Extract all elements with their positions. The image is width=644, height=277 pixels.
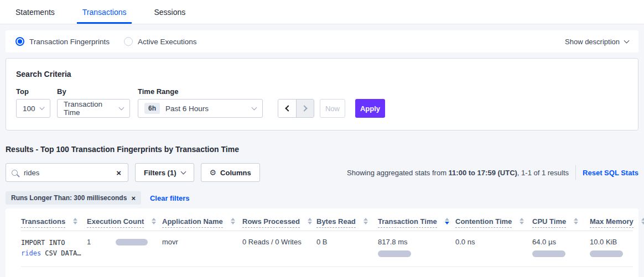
search-input[interactable] bbox=[23, 168, 115, 177]
contention-time-value: 0.0 ns bbox=[455, 238, 532, 247]
show-description-toggle[interactable]: Show description bbox=[565, 38, 629, 46]
bytes-read-value: 0 B bbox=[316, 238, 378, 247]
sort-icon bbox=[641, 218, 644, 224]
filters-button[interactable]: Filters (1) bbox=[135, 163, 194, 182]
cell-contention-time: 0.0 ns bbox=[455, 231, 532, 267]
execution-count-bar bbox=[116, 239, 148, 245]
results-table: Transactions Execution Count Application… bbox=[21, 210, 633, 267]
search-icon bbox=[12, 170, 18, 176]
rows-processed-value: 0 Reads / 0 Writes bbox=[242, 238, 316, 247]
time-range-value: Past 6 Hours bbox=[165, 104, 247, 113]
column-header-transactions[interactable]: Transactions bbox=[21, 210, 87, 231]
column-header-transaction-time[interactable]: Transaction Time bbox=[378, 210, 455, 231]
radio-transaction-fingerprints[interactable]: Transaction Fingerprints bbox=[15, 37, 110, 46]
cell-transaction-fingerprint: IMPORT INTO rides CSV DATA… bbox=[21, 231, 87, 267]
results-toolbar: × Filters (1) ⚙ Columns Showing aggregat… bbox=[6, 163, 638, 182]
column-header-max-memory[interactable]: Max Memory bbox=[590, 210, 633, 231]
column-header-application-name[interactable]: Application Name bbox=[162, 210, 242, 231]
tab-statements[interactable]: Statements bbox=[10, 0, 60, 24]
sort-icon bbox=[152, 218, 156, 224]
time-forward-button[interactable] bbox=[296, 100, 314, 117]
view-toggle-bar: Transaction Fingerprints Active Executio… bbox=[6, 30, 638, 53]
top-field: Top 100 bbox=[16, 87, 50, 118]
time-range-field: Time Range 6h Past 6 Hours bbox=[138, 87, 263, 118]
max-memory-bar bbox=[590, 250, 623, 257]
sort-icon bbox=[231, 218, 235, 224]
time-nav-group bbox=[278, 99, 314, 118]
by-select[interactable]: Transaction Time bbox=[57, 99, 130, 118]
column-header-cpu-time[interactable]: CPU Time bbox=[532, 210, 590, 231]
radio-label: Active Executions bbox=[138, 38, 197, 46]
filters-button-label: Filters (1) bbox=[144, 169, 176, 177]
tab-sessions[interactable]: Sessions bbox=[148, 0, 191, 24]
transaction-time-bar bbox=[378, 250, 411, 257]
time-range-label: Time Range bbox=[138, 87, 263, 96]
radio-label: Transaction Fingerprints bbox=[29, 38, 110, 46]
execution-count-value: 1 bbox=[87, 238, 116, 246]
chevron-left-icon bbox=[285, 105, 291, 111]
results-title: Results - Top 100 Transaction Fingerprin… bbox=[6, 145, 638, 154]
results-table-card: Transactions Execution Count Application… bbox=[6, 208, 638, 277]
radio-active-executions[interactable]: Active Executions bbox=[124, 37, 197, 46]
chevron-down-icon bbox=[180, 169, 186, 174]
clear-search-icon[interactable]: × bbox=[115, 168, 122, 178]
cell-application-name: movr bbox=[162, 231, 242, 267]
stats-time-range: 11:00 to 17:59 (UTC) bbox=[449, 169, 517, 177]
show-description-label: Show description bbox=[565, 38, 620, 46]
reset-sql-stats-link[interactable]: Reset SQL Stats bbox=[583, 169, 638, 177]
remove-filter-icon[interactable]: × bbox=[131, 195, 136, 202]
chevron-down-icon bbox=[252, 104, 257, 110]
application-name-value: movr bbox=[162, 238, 242, 247]
column-header-rows-processed[interactable]: Rows Processed bbox=[242, 210, 316, 231]
top-select[interactable]: 100 bbox=[16, 99, 50, 118]
table-header-row: Transactions Execution Count Application… bbox=[21, 210, 633, 231]
sort-icon bbox=[574, 218, 578, 224]
column-header-bytes-read[interactable]: Bytes Read bbox=[316, 210, 378, 231]
cell-cpu-time: 64.0 µs bbox=[532, 231, 590, 267]
columns-button[interactable]: ⚙ Columns bbox=[201, 163, 260, 182]
search-criteria-title: Search Criteria bbox=[16, 70, 628, 79]
cpu-time-bar bbox=[532, 250, 565, 257]
table-name-highlight: rides bbox=[21, 249, 41, 257]
cell-rows-processed: 0 Reads / 0 Writes bbox=[242, 231, 316, 267]
now-button[interactable]: Now bbox=[320, 99, 345, 118]
time-range-select[interactable]: 6h Past 6 Hours bbox=[138, 99, 263, 118]
column-header-execution-count[interactable]: Execution Count bbox=[87, 210, 162, 231]
chevron-down-icon bbox=[39, 104, 45, 110]
tab-transactions[interactable]: Transactions bbox=[77, 0, 132, 24]
sort-desc-icon bbox=[445, 218, 449, 224]
radio-selected-icon bbox=[15, 37, 24, 46]
by-field: By Transaction Time bbox=[57, 87, 130, 118]
aggregated-stats-text: Showing aggregated stats from 11:00 to 1… bbox=[347, 169, 569, 177]
filter-pill: Runs Longer Than: 300 milliseconds × bbox=[6, 191, 141, 205]
transactions-page: Statements Transactions Sessions Transac… bbox=[0, 0, 644, 277]
columns-button-label: Columns bbox=[220, 169, 251, 177]
table-row: IMPORT INTO rides CSV DATA… 1 movr 0 Rea… bbox=[21, 231, 633, 267]
transaction-time-value: 817.8 ms bbox=[378, 238, 455, 247]
cell-execution-count: 1 bbox=[87, 231, 162, 267]
search-criteria-controls: Top 100 By Transaction Time Time Range 6… bbox=[16, 87, 628, 118]
by-label: By bbox=[57, 87, 130, 96]
sort-icon bbox=[520, 218, 524, 224]
chevron-down-icon bbox=[624, 38, 630, 43]
search-criteria-card: Search Criteria Top 100 By Transaction T… bbox=[6, 58, 638, 130]
chevron-right-icon bbox=[301, 105, 307, 111]
cell-max-memory: 10.0 KiB bbox=[590, 231, 633, 267]
time-back-button[interactable] bbox=[278, 100, 296, 117]
transaction-fingerprint-link[interactable]: IMPORT INTO rides CSV DATA… bbox=[21, 238, 87, 259]
top-tabs-bar: Statements Transactions Sessions bbox=[0, 0, 644, 24]
active-filters-row: Runs Longer Than: 300 milliseconds × Cle… bbox=[6, 191, 638, 205]
clear-filters-link[interactable]: Clear filters bbox=[150, 194, 190, 202]
gear-icon: ⚙ bbox=[210, 168, 217, 177]
search-box: × bbox=[6, 163, 128, 182]
vertical-divider bbox=[575, 165, 576, 180]
cell-transaction-time: 817.8 ms bbox=[378, 231, 455, 267]
apply-button[interactable]: Apply bbox=[355, 99, 385, 118]
top-select-value: 100 bbox=[23, 104, 35, 113]
sort-icon bbox=[308, 218, 312, 224]
max-memory-value: 10.0 KiB bbox=[590, 238, 633, 247]
column-header-contention-time[interactable]: Contention Time bbox=[455, 210, 532, 231]
sort-icon bbox=[363, 218, 368, 224]
cell-bytes-read: 0 B bbox=[316, 231, 378, 267]
time-range-badge: 6h bbox=[144, 103, 160, 114]
